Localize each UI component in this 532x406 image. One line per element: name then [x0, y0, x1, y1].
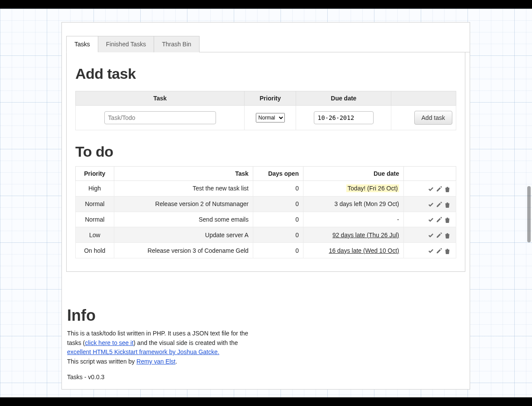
- table-row: NormalSend some emails0-: [76, 212, 456, 227]
- col-days-open: Days open: [253, 167, 303, 181]
- cell-due-date: 92 days late (Thu 26 Jul): [303, 227, 404, 243]
- cell-due-date: 16 days late (Wed 10 Oct): [303, 243, 404, 258]
- link-author[interactable]: Remy van Elst: [136, 358, 175, 365]
- tab-tasks[interactable]: Tasks: [66, 36, 98, 52]
- col-priority: Priority: [245, 91, 296, 106]
- trash-icon[interactable]: [444, 186, 451, 192]
- cell-priority: Normal: [76, 212, 114, 227]
- cell-days-open: 0: [253, 181, 303, 197]
- info-heading: Info: [67, 306, 470, 325]
- add-task-button[interactable]: Add task: [414, 111, 452, 125]
- col-duedate: Due date: [296, 91, 391, 106]
- row-actions: [404, 212, 456, 227]
- tab-bar: TasksFinished TasksThrash Bin: [66, 35, 470, 52]
- cell-days-open: 0: [253, 227, 303, 243]
- cell-due-date: Today! (Fri 26 Oct): [303, 181, 404, 197]
- todo-heading: To do: [75, 143, 456, 160]
- todo-table: Priority Task Days open Due date HighTes…: [75, 166, 456, 258]
- trash-icon[interactable]: [444, 216, 451, 223]
- cell-task: Release version 3 of Codename Geld: [114, 243, 253, 258]
- check-icon[interactable]: [428, 232, 434, 238]
- edit-icon[interactable]: [436, 186, 442, 192]
- col-action: [391, 91, 456, 106]
- cell-days-open: 0: [253, 243, 303, 258]
- info-text: ) and the visual side is created with th…: [133, 339, 238, 346]
- col-due-date: Due date: [303, 167, 404, 181]
- trash-icon[interactable]: [444, 201, 451, 208]
- add-task-heading: Add task: [75, 65, 456, 82]
- check-icon[interactable]: [428, 186, 434, 192]
- link-kickstart[interactable]: excellent HTML5 Kickstart framework by J…: [67, 348, 219, 355]
- col-priority: Priority: [76, 167, 114, 181]
- cell-due-date: -: [303, 212, 404, 227]
- version-label: Tasks - v0.0.3: [67, 374, 470, 380]
- trash-icon[interactable]: [444, 232, 451, 238]
- trash-icon[interactable]: [444, 248, 451, 254]
- tab-trash[interactable]: Thrash Bin: [154, 36, 200, 52]
- cell-task: Test the new task list: [114, 181, 253, 197]
- table-row: NormalRelease version 2 of Nutsmanager03…: [76, 196, 456, 212]
- cell-task: Send some emails: [114, 212, 253, 227]
- row-actions: [404, 243, 456, 258]
- check-icon[interactable]: [428, 216, 434, 223]
- table-row: On holdRelease version 3 of Codename Gel…: [76, 243, 456, 258]
- cell-priority: On hold: [76, 243, 114, 258]
- info-text: This script was written by: [67, 358, 136, 365]
- letterbox-top: [0, 0, 532, 9]
- tasks-panel: Add task Task Priority Due date HighNorm…: [66, 52, 465, 272]
- tab-finished[interactable]: Finished Tasks: [98, 36, 154, 52]
- add-task-table: Task Priority Due date HighNormalLowOn h…: [75, 91, 456, 130]
- col-actions: [404, 167, 456, 181]
- cell-priority: High: [76, 181, 114, 197]
- cell-priority: Normal: [76, 196, 114, 212]
- row-actions: [404, 196, 456, 212]
- link-json-file[interactable]: click here to see it: [85, 339, 133, 346]
- cell-task: Update server A: [114, 227, 253, 243]
- check-icon[interactable]: [428, 201, 434, 208]
- edit-icon[interactable]: [436, 201, 442, 208]
- edit-icon[interactable]: [436, 232, 442, 238]
- due-date-input[interactable]: [314, 111, 374, 124]
- edit-icon[interactable]: [436, 248, 442, 254]
- scrollbar-thumb[interactable]: [527, 186, 531, 242]
- info-body: This is a task/todo list written in PHP.…: [67, 329, 258, 367]
- table-row: HighTest the new task list0Today! (Fri 2…: [76, 181, 456, 197]
- info-text: .: [176, 358, 177, 365]
- edit-icon[interactable]: [436, 216, 442, 223]
- table-row: LowUpdate server A092 days late (Thu 26 …: [76, 227, 456, 243]
- cell-days-open: 0: [253, 196, 303, 212]
- cell-days-open: 0: [253, 212, 303, 227]
- cell-task: Release version 2 of Nutsmanager: [114, 196, 253, 212]
- row-actions: [404, 181, 456, 197]
- col-task: Task: [114, 167, 253, 181]
- content-card: TasksFinished TasksThrash Bin Add task T…: [61, 22, 470, 390]
- cell-priority: Low: [76, 227, 114, 243]
- row-actions: [404, 227, 456, 243]
- cell-due-date: 3 days left (Mon 29 Oct): [303, 196, 404, 212]
- check-icon[interactable]: [428, 248, 434, 254]
- priority-select[interactable]: HighNormalLowOn hold: [256, 113, 285, 122]
- col-task: Task: [76, 91, 245, 106]
- task-input[interactable]: [104, 111, 216, 124]
- letterbox-bottom: [0, 397, 532, 406]
